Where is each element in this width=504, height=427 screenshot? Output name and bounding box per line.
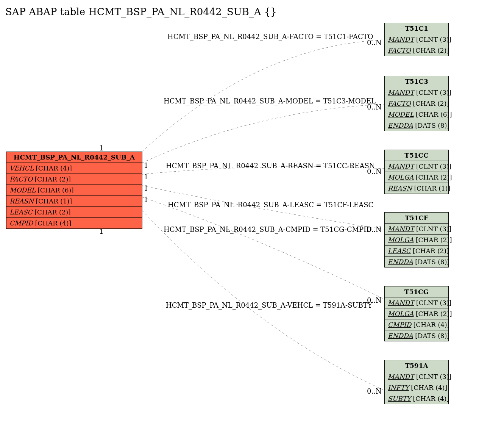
field-row: MODEL [CHAR (6)] xyxy=(6,185,142,196)
main-entity-header: HCMT_BSP_PA_NL_R0442_SUB_A xyxy=(6,152,142,163)
field-row: INFTY [CHAR (4)] xyxy=(385,382,448,393)
entity-header: T51CG xyxy=(385,286,448,297)
cardinality-right: 0..N xyxy=(367,103,382,111)
cardinality-right: 0..N xyxy=(367,39,382,47)
cardinality-left: 1 xyxy=(144,173,148,181)
relation-label: HCMT_BSP_PA_NL_R0442_SUB_A-CMPID = T51CG… xyxy=(164,225,372,233)
field-row: MANDT [CLNT (3)] xyxy=(385,87,448,98)
field-row: VEHCL [CHAR (4)] xyxy=(6,163,142,174)
field-row: REASN [CHAR (1)] xyxy=(6,196,142,207)
field-row: LEASC [CHAR (2)] xyxy=(385,246,448,257)
field-row: MOLGA [CHAR (2)] xyxy=(385,308,448,319)
entity-t51c3: T51C3 MANDT [CLNT (3)] FACTO [CHAR (2)] … xyxy=(384,76,449,131)
field-row: LEASC [CHAR (2)] xyxy=(6,207,142,218)
entity-t51c1: T51C1 MANDT [CLNT (3)] FACTO [CHAR (2)] xyxy=(384,23,449,56)
field-row: REASN [CHAR (1)] xyxy=(385,183,448,194)
cardinality-left: 1 xyxy=(99,144,103,152)
entity-header: T51C3 xyxy=(385,76,448,87)
cardinality-right: 0..N xyxy=(367,167,382,175)
page-title: SAP ABAP table HCMT_BSP_PA_NL_R0442_SUB_… xyxy=(5,6,277,17)
field-row: MANDT [CLNT (3)] xyxy=(385,161,448,172)
cardinality-left: 1 xyxy=(144,184,148,192)
field-row: ENDDA [DATS (8)] xyxy=(385,330,448,341)
main-entity: HCMT_BSP_PA_NL_R0442_SUB_A VEHCL [CHAR (… xyxy=(6,152,142,229)
entity-header: T51CF xyxy=(385,213,448,224)
field-row: MOLGA [CHAR (2)] xyxy=(385,235,448,246)
entity-t51cc: T51CC MANDT [CLNT (3)] MOLGA [CHAR (2)] … xyxy=(384,150,449,194)
cardinality-left: 1 xyxy=(99,227,103,235)
field-row: FACTO [CHAR (2)] xyxy=(6,174,142,185)
field-row: ENDDA [DATS (8)] xyxy=(385,257,448,267)
cardinality-left: 1 xyxy=(144,196,148,203)
field-row: FACTO [CHAR (2)] xyxy=(385,45,448,56)
field-row: CMPID [CHAR (4)] xyxy=(385,319,448,330)
entity-t591a: T591A MANDT [CLNT (3)] INFTY [CHAR (4)] … xyxy=(384,360,449,404)
field-row: CMPID [CHAR (4)] xyxy=(6,218,142,228)
cardinality-left: 1 xyxy=(144,161,148,169)
relation-label: HCMT_BSP_PA_NL_R0442_SUB_A-VEHCL = T591A… xyxy=(166,301,372,309)
field-row: MANDT [CLNT (3)] xyxy=(385,297,448,308)
field-row: FACTO [CHAR (2)] xyxy=(385,98,448,109)
field-row: MANDT [CLNT (3)] xyxy=(385,224,448,235)
cardinality-right: 0..N xyxy=(367,387,382,395)
relation-label: HCMT_BSP_PA_NL_R0442_SUB_A-FACTO = T51C1… xyxy=(167,33,373,41)
field-row: MANDT [CLNT (3)] xyxy=(385,371,448,382)
field-row: MOLGA [CHAR (2)] xyxy=(385,172,448,183)
field-row: MODEL [CHAR (6)] xyxy=(385,109,448,120)
field-row: ENDDA [DATS (8)] xyxy=(385,120,448,131)
field-row: MANDT [CLNT (3)] xyxy=(385,34,448,45)
entity-t51cf: T51CF MANDT [CLNT (3)] MOLGA [CHAR (2)] … xyxy=(384,212,449,267)
cardinality-right: 0..N xyxy=(367,225,382,233)
relation-label: HCMT_BSP_PA_NL_R0442_SUB_A-LEASC = T51CF… xyxy=(168,201,373,209)
field-row: SUBTY [CHAR (4)] xyxy=(385,393,448,404)
entity-t51cg: T51CG MANDT [CLNT (3)] MOLGA [CHAR (2)] … xyxy=(384,286,449,341)
entity-header: T51C1 xyxy=(385,23,448,34)
entity-header: T51CC xyxy=(385,150,448,161)
entity-header: T591A xyxy=(385,360,448,371)
relation-label: HCMT_BSP_PA_NL_R0442_SUB_A-REASN = T51CC… xyxy=(166,162,375,170)
cardinality-right: 0..N xyxy=(367,296,382,304)
relation-label: HCMT_BSP_PA_NL_R0442_SUB_A-MODEL = T51C3… xyxy=(164,97,376,105)
